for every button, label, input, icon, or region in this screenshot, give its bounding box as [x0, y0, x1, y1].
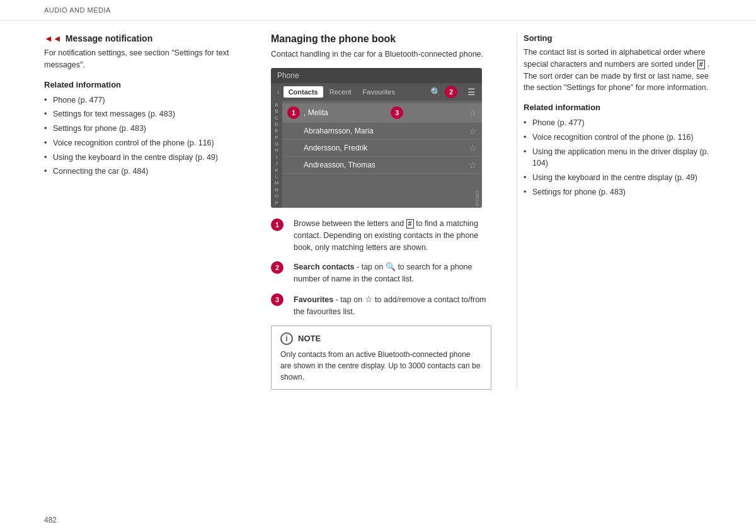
message-notification-heading: Message notification — [66, 33, 152, 43]
managing-phone-book-title: Managing the phone book — [271, 33, 491, 45]
search-icon-inline: 🔍 — [386, 262, 396, 271]
page-number: 482 — [44, 516, 57, 524]
phone-contact-list: 1 , Melita 3 ☆ Abrahamsson, Maria ☆ — [282, 101, 482, 208]
star-icon-1[interactable]: ☆ — [469, 126, 477, 136]
right-related-links: Phone (p. 477) Voice recognition control… — [524, 117, 712, 198]
note-box: i NOTE Only contacts from an active Blue… — [271, 325, 491, 390]
contact-name-1: Abrahamsson, Maria — [304, 127, 374, 135]
hash-icon-sorting: # — [697, 60, 705, 69]
hash-icon: # — [406, 219, 414, 229]
contact-item-1[interactable]: Abrahamsson, Maria ☆ — [282, 123, 482, 140]
letter-f: F — [275, 135, 278, 141]
contact-name-3: Andreasson, Thomas — [304, 161, 375, 169]
tab-favourites[interactable]: Favourites — [358, 86, 400, 98]
info-icon: i — [280, 332, 293, 345]
note-title: NOTE — [298, 332, 321, 345]
letter-o: O — [275, 193, 278, 200]
step-2-text: Search contacts - tap on 🔍 to search for… — [294, 261, 491, 285]
header-bar: AUDIO AND MEDIA — [0, 0, 756, 21]
middle-column: Managing the phone book Contact handling… — [271, 33, 510, 390]
phone-contacts-area: A B C D E F G H I J K L M N O — [271, 101, 482, 208]
letter-h: H — [275, 147, 278, 154]
letter-c: C — [275, 115, 278, 122]
contact-name-2: Andersson, Fredrik — [304, 144, 367, 152]
tab-recent[interactable]: Recent — [324, 86, 357, 98]
footer: 482 — [44, 516, 57, 524]
message-notification-desc: For notification settings, see section "… — [44, 47, 252, 71]
step-1-badge: 1 — [271, 218, 284, 231]
left-related-info-title: Related information — [44, 80, 252, 89]
step-3-text: Favourites - tap on ☆ to add/remove a co… — [294, 293, 491, 318]
contact-item-2[interactable]: Andersson, Fredrik ☆ — [282, 140, 482, 157]
phone-label: Phone — [277, 71, 299, 80]
step-2: 2 Search contacts - tap on 🔍 to search f… — [271, 261, 491, 285]
step-1: 1 Browse between the letters and # to fi… — [271, 218, 491, 253]
contact-item-0[interactable]: 1 , Melita 3 ☆ — [282, 103, 482, 123]
phone-search-icon[interactable]: 🔍 — [430, 87, 441, 97]
note-text: Only contacts from an active Bluetooth-c… — [280, 349, 482, 383]
managing-phone-book-subtitle: Contact handling in the car for a Blueto… — [271, 48, 491, 60]
list-item[interactable]: Settings for phone (p. 483) — [524, 186, 712, 198]
message-notification-title: ◄◄ Message notification — [44, 33, 252, 43]
letter-n: N — [275, 187, 278, 193]
step-2-bold: Search contacts — [294, 263, 355, 271]
left-related-links: Phone (p. 477) Settings for text message… — [44, 94, 252, 178]
nav-back-icon: ‹ — [277, 88, 280, 96]
list-item[interactable]: Settings for text messages (p. 483) — [44, 108, 252, 120]
right-column: Sorting The contact list is sorted in al… — [517, 33, 712, 390]
contact-item-3[interactable]: Andreasson, Thomas ☆ — [282, 157, 482, 174]
contact-name-0: , Melita — [304, 108, 328, 117]
step-2-badge: 2 — [271, 261, 284, 274]
list-item[interactable]: Phone (p. 477) — [524, 117, 712, 129]
annotation-badge-1: 1 — [287, 106, 300, 119]
sorting-text: The contact list is sorted in alphabetic… — [524, 47, 712, 94]
right-related-info-title: Related information — [524, 103, 712, 112]
letter-b: B — [275, 108, 278, 115]
step-3-bold: Favourites — [294, 295, 333, 304]
letter-a: A — [275, 102, 278, 108]
page: AUDIO AND MEDIA ◄◄ Message notification … — [0, 0, 756, 532]
phone-top-bar: Phone — [271, 68, 482, 83]
step-3-badge: 3 — [271, 293, 284, 306]
list-item[interactable]: Settings for phone (p. 483) — [44, 123, 252, 135]
letter-j: J — [275, 161, 278, 167]
letter-k: K — [275, 167, 278, 174]
star-icon-0[interactable]: ☆ — [469, 108, 477, 118]
tab-contacts[interactable]: Contacts — [284, 86, 323, 98]
back-arrows-icon: ◄◄ — [44, 33, 62, 43]
letter-d: D — [275, 122, 278, 128]
list-item[interactable]: Voice recognition control of the phone (… — [524, 132, 712, 144]
star-icon-3[interactable]: ☆ — [469, 160, 477, 170]
content-area: ◄◄ Message notification For notification… — [0, 21, 756, 402]
phone-nav: ‹ Contacts Recent Favourites 🔍 2 ☰ — [271, 83, 482, 101]
list-item[interactable]: Using the application menu in the driver… — [524, 146, 712, 170]
letter-l: L — [275, 174, 278, 180]
list-item[interactable]: Phone (p. 477) — [44, 94, 252, 106]
image-code: C05316 — [475, 191, 479, 207]
phone-menu-icon[interactable]: ☰ — [467, 87, 476, 97]
star-icon-inline: ☆ — [365, 294, 373, 304]
list-item[interactable]: Connecting the car (p. 484) — [44, 166, 252, 178]
phone-letter-index: A B C D E F G H I J K L M N O — [271, 101, 282, 208]
phone-ui-mockup: Phone ‹ Contacts Recent Favourites 🔍 2 ☰ — [271, 68, 482, 208]
step-3: 3 Favourites - tap on ☆ to add/remove a … — [271, 293, 491, 318]
step-1-text: Browse between the letters and # to find… — [294, 218, 491, 253]
list-item[interactable]: Using the keyboard in the centre display… — [44, 152, 252, 164]
annotation-badge-3: 3 — [391, 106, 403, 119]
left-column: ◄◄ Message notification For notification… — [44, 33, 271, 390]
letter-i: I — [276, 154, 277, 161]
sorting-title: Sorting — [524, 33, 712, 43]
letter-p: P — [275, 200, 278, 207]
header-label: AUDIO AND MEDIA — [44, 6, 111, 14]
annotation-badge-2: 2 — [445, 86, 457, 98]
list-item[interactable]: Voice recognition control of the phone (… — [44, 137, 252, 149]
note-header: i NOTE — [280, 332, 482, 345]
letter-e: E — [275, 128, 278, 134]
letter-m: M — [275, 180, 279, 186]
sorting-text-1: The contact list is sorted in alphabetic… — [524, 48, 705, 69]
list-item[interactable]: Using the keyboard in the centre display… — [524, 172, 712, 184]
letter-g: G — [275, 141, 278, 147]
star-icon-2[interactable]: ☆ — [469, 143, 477, 153]
